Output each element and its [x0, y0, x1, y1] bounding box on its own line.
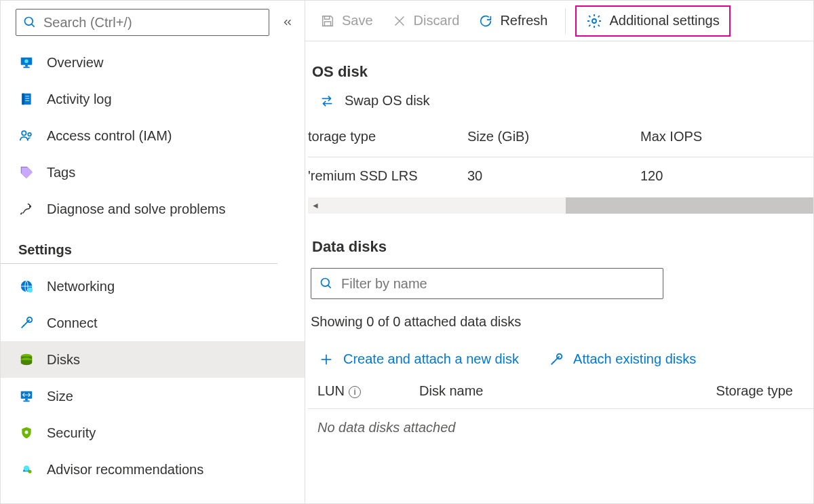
nav-label: Diagnose and solve problems: [47, 201, 226, 217]
horizontal-scrollbar[interactable]: ◄: [308, 197, 813, 214]
gear-icon: [586, 13, 602, 29]
sidebar: Overview Activity log Access control (IA…: [1, 1, 305, 503]
attach-disk-button[interactable]: Attach existing disks: [549, 351, 696, 367]
connect-icon: [18, 315, 35, 331]
main-pane: Save Discard Refresh Additional settings…: [305, 1, 813, 503]
diagnose-icon: [18, 201, 35, 217]
no-data-text: No data disks attached: [308, 409, 813, 435]
data-disks-heading: Data disks: [308, 238, 813, 256]
button-label: Save: [342, 13, 373, 28]
collapse-sidebar-button[interactable]: [277, 12, 298, 33]
search-input[interactable]: [42, 14, 262, 31]
sidebar-item-advisor[interactable]: Advisor recommendations: [1, 451, 305, 488]
save-icon: [320, 14, 335, 28]
button-label: Additional settings: [609, 13, 719, 28]
sidebar-item-tags[interactable]: Tags: [1, 154, 305, 191]
sidebar-item-security[interactable]: Security: [1, 414, 305, 451]
nav-label: Connect: [47, 315, 98, 331]
additional-settings-button[interactable]: Additional settings: [575, 5, 730, 37]
dd-col-lun: LUNi: [308, 383, 410, 409]
svg-point-33: [322, 279, 330, 287]
svg-point-11: [22, 131, 26, 135]
os-col-storage: torage type: [308, 129, 467, 157]
showing-text: Showing 0 of 0 attached data disks: [308, 299, 813, 330]
button-label: Refresh: [500, 13, 547, 28]
search-icon: [319, 277, 333, 290]
os-col-size: Size (GiB): [467, 129, 640, 157]
toolbar: Save Discard Refresh Additional settings: [305, 1, 813, 41]
nav-label: Security: [47, 425, 96, 441]
nav-label: Access control (IAM): [47, 128, 172, 144]
security-icon: [18, 425, 35, 441]
svg-point-14: [30, 206, 31, 207]
dd-col-name: Disk name: [410, 383, 667, 409]
os-col-iops: Max IOPS: [640, 129, 813, 157]
svg-rect-29: [324, 21, 330, 25]
dd-col-storage: Storage type: [667, 383, 813, 409]
os-cell-size: 30: [467, 157, 640, 197]
search-input-wrapper[interactable]: [16, 9, 269, 36]
svg-rect-22: [25, 399, 28, 401]
discard-button[interactable]: Discard: [384, 8, 468, 34]
os-disk-table: torage type Size (GiB) Max IOPS 'remium …: [308, 129, 813, 196]
sidebar-item-activity-log[interactable]: Activity log: [1, 81, 305, 117]
svg-line-38: [551, 362, 554, 364]
disks-icon: [18, 351, 35, 368]
svg-line-18: [22, 326, 24, 328]
svg-line-34: [328, 286, 331, 288]
tags-icon: [18, 164, 35, 180]
search-icon: [23, 16, 37, 29]
swap-label: Swap OS disk: [345, 93, 430, 109]
svg-point-25: [25, 431, 28, 434]
swap-icon: [319, 94, 335, 109]
svg-rect-23: [23, 400, 29, 402]
os-disk-row[interactable]: 'remium SSD LRS 30 120: [308, 157, 813, 197]
link-label: Attach existing disks: [573, 351, 696, 367]
swap-os-disk-button[interactable]: Swap OS disk: [308, 93, 813, 109]
os-disk-heading: OS disk: [308, 63, 813, 81]
sidebar-item-disks[interactable]: Disks: [1, 341, 305, 378]
overview-icon: [18, 54, 35, 71]
nav-label: Advisor recommendations: [47, 462, 204, 478]
discard-icon: [392, 14, 407, 28]
sidebar-item-overview[interactable]: Overview: [1, 44, 305, 81]
svg-line-1: [32, 24, 35, 27]
toolbar-separator: [565, 8, 566, 34]
svg-point-32: [592, 19, 596, 23]
nav-label: Activity log: [47, 92, 112, 107]
plus-icon: [319, 352, 334, 367]
svg-rect-28: [324, 16, 329, 19]
chevron-double-left-icon: [282, 16, 294, 28]
svg-rect-4: [23, 66, 29, 68]
button-label: Discard: [414, 13, 460, 28]
svg-point-5: [24, 59, 28, 63]
create-disk-button[interactable]: Create and attach a new disk: [319, 351, 519, 367]
sidebar-item-diagnose[interactable]: Diagnose and solve problems: [1, 191, 305, 227]
filter-input-wrapper[interactable]: [311, 268, 663, 299]
sidebar-item-networking[interactable]: Networking: [1, 268, 305, 305]
sidebar-item-size[interactable]: Size: [1, 378, 305, 414]
save-button[interactable]: Save: [312, 8, 381, 34]
filter-input[interactable]: [340, 275, 655, 292]
sidebar-section-settings: Settings: [1, 227, 277, 264]
nav-label: Overview: [47, 55, 103, 71]
svg-rect-7: [22, 94, 24, 105]
networking-icon: [18, 278, 35, 294]
sidebar-item-connect[interactable]: Connect: [1, 305, 305, 341]
activity-log-icon: [18, 91, 35, 107]
data-disks-table: LUNi Disk name Storage type: [308, 383, 813, 409]
size-icon: [18, 388, 35, 404]
scroll-left-icon[interactable]: ◄: [308, 197, 323, 214]
svg-point-16: [28, 288, 33, 292]
info-icon[interactable]: i: [349, 386, 361, 398]
advisor-icon: [18, 461, 35, 478]
svg-rect-3: [25, 65, 28, 67]
refresh-icon: [478, 14, 493, 28]
sidebar-item-iam[interactable]: Access control (IAM): [1, 117, 305, 154]
nav-label: Disks: [47, 352, 80, 368]
svg-point-26: [24, 465, 29, 471]
iam-icon: [18, 128, 35, 144]
nav-label: Tags: [47, 165, 75, 180]
nav-label: Networking: [47, 279, 115, 294]
refresh-button[interactable]: Refresh: [470, 8, 556, 34]
